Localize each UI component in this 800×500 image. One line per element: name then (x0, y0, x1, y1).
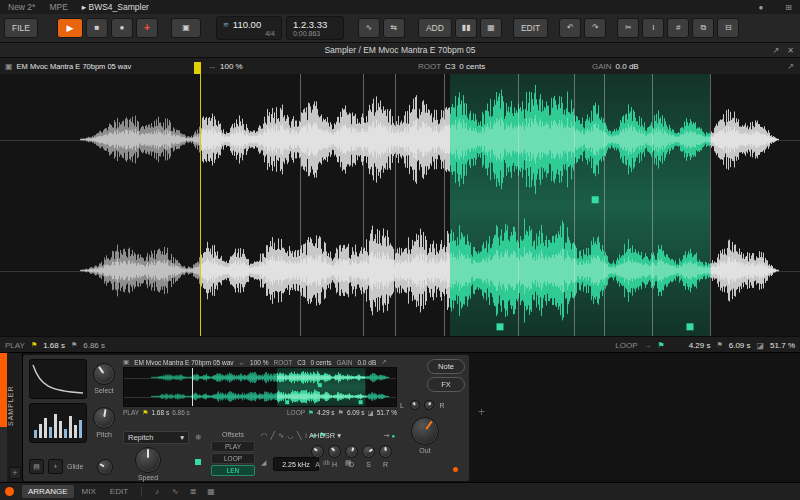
display-profile-button[interactable]: ▣ (171, 18, 201, 38)
env-skip-icon[interactable]: ⇥ (384, 432, 390, 439)
offset-play-button[interactable]: PLAY (211, 441, 255, 452)
snap-toggle-button[interactable]: # (667, 18, 689, 38)
play-start-flag-icon[interactable]: ⚑ (31, 341, 37, 349)
env-attack-knob[interactable] (311, 445, 324, 458)
fit-view-icon[interactable]: ↗ (787, 58, 794, 74)
device-waveform-display[interactable] (123, 367, 397, 407)
file-menu-button[interactable]: FILE (4, 18, 38, 38)
offset-len-button[interactable]: LEN (211, 465, 255, 476)
browser-icon[interactable]: ▤ (29, 459, 44, 474)
view-mix-button[interactable]: MIX (76, 485, 102, 498)
play-end-flag-icon[interactable]: ⚑ (71, 341, 77, 349)
ibeam-tool-button[interactable]: I (642, 18, 664, 38)
mini-gain-value[interactable]: 0.0 dB (357, 359, 376, 366)
env-active-dot-icon[interactable]: ● (391, 433, 395, 439)
mini-play-end[interactable]: 6.86 s (172, 409, 190, 416)
pan-left-knob[interactable] (410, 400, 420, 410)
env-sustain-knob[interactable] (362, 445, 375, 458)
play-button[interactable]: ▶ (57, 18, 83, 38)
mini-root-cents[interactable]: 0 cents (311, 359, 332, 366)
sample-file-selector[interactable]: ▣ EM Mvoc Mantra E 70bpm 05 wav (5, 58, 131, 74)
undo-button[interactable]: ↶ (559, 18, 581, 38)
automation-follow-button[interactable]: ∿ (358, 18, 380, 38)
root-control[interactable]: ROOT C3 0 cents (418, 58, 485, 74)
select-curve-display[interactable] (29, 359, 87, 399)
dual-panel-button[interactable]: ⊟ (717, 18, 739, 38)
tempo-display[interactable]: ≋110.00 4/4 (216, 16, 282, 40)
overdub-button[interactable]: + (136, 18, 158, 38)
layers-button[interactable]: ⧉ (692, 18, 714, 38)
env-release-knob[interactable] (379, 445, 392, 458)
loop-start-flag-icon[interactable]: ⚑ (657, 341, 664, 350)
mini-loop-fade[interactable]: 51.7 % (377, 409, 397, 416)
out-knob[interactable] (411, 417, 439, 445)
shape-linear-down-icon[interactable]: ╲ (297, 431, 302, 440)
freeze-icon[interactable]: ❄ (195, 433, 202, 442)
note-editor-icon[interactable]: ♪ (149, 485, 165, 498)
shape-concave-icon[interactable]: ◡ (287, 431, 294, 440)
redo-button[interactable]: ↷ (584, 18, 606, 38)
mini-play-start[interactable]: 1.68 s (151, 409, 169, 416)
tab-bws4-sampler[interactable]: ▸ BWS4_Sampler (82, 2, 149, 12)
notification-dot-icon[interactable]: ● (758, 3, 763, 12)
loop-end-flag-icon[interactable]: ⚑ (716, 341, 722, 349)
position-display[interactable]: 1.2.3.33 0:00.863 (286, 16, 344, 40)
loop-toggle-button[interactable]: ⇆ (383, 18, 405, 38)
edit-menu-button[interactable]: EDIT (513, 18, 548, 38)
envelope-type-dropdown[interactable]: AHDSR ▾ (309, 431, 341, 440)
mini-zoom-value[interactable]: 100 % (250, 359, 268, 366)
keytrack-indicator[interactable] (195, 459, 201, 465)
env-hold-knob[interactable] (328, 445, 341, 458)
env-decay-knob[interactable] (345, 445, 358, 458)
waveform-display[interactable] (0, 74, 800, 336)
note-expander-button[interactable]: Note (427, 359, 465, 374)
view-arrange-button[interactable]: ARRANGE (22, 485, 74, 498)
mini-loop-start[interactable]: 4.29 s (317, 409, 335, 416)
mini-expand-icon[interactable]: ↗ (381, 358, 386, 366)
rail-add-button[interactable]: + (9, 467, 21, 479)
play-start-value[interactable]: 1.68 s (43, 341, 65, 350)
tab-mpe[interactable]: MPE (49, 2, 67, 12)
grid-editor-icon[interactable]: ▦ (203, 485, 219, 498)
loop-start-value[interactable]: 4.29 s (689, 341, 711, 350)
fade-tri-icon[interactable]: ◢ (261, 459, 266, 467)
shape-wiggle-icon[interactable]: ≀ (304, 431, 307, 440)
speed-knob[interactable] (135, 447, 161, 473)
offset-loop-button[interactable]: LOOP (211, 453, 255, 464)
window-layout-icon[interactable]: ⊞ (785, 3, 792, 12)
shape-convex-icon[interactable]: ◠ (261, 431, 268, 440)
play-mode-dropdown[interactable]: Repitch ▾ (123, 431, 189, 444)
automation-editor-icon[interactable]: ∿ (167, 485, 183, 498)
loop-end-value[interactable]: 6.09 s (729, 341, 751, 350)
shape-linear-up-icon[interactable]: ╱ (271, 431, 276, 440)
add-device-button[interactable]: + (478, 405, 485, 419)
mixer-view-button[interactable]: ▮▮ (455, 18, 477, 38)
close-editor-icon[interactable]: ✕ (787, 46, 794, 55)
project-status-icon[interactable] (5, 487, 14, 496)
lanes-icon[interactable]: ≣ (185, 485, 201, 498)
device-name-vertical[interactable]: SAMPLER (7, 361, 23, 451)
record-button[interactable]: ● (111, 18, 133, 38)
mini-loop-end[interactable]: 6.09 s (347, 409, 365, 416)
glide-knob[interactable] (97, 459, 113, 475)
mini-file-name[interactable]: EM Mvoc Mantra E 70bpm 05 wav (134, 359, 233, 366)
play-end-value[interactable]: 6.86 s (83, 341, 105, 350)
pitch-knob[interactable] (93, 407, 115, 429)
view-edit-button[interactable]: EDIT (104, 485, 134, 498)
stop-button[interactable]: ■ (86, 18, 108, 38)
grid-view-button[interactable]: ▦ (480, 18, 502, 38)
add-layer-button[interactable]: + (48, 459, 63, 474)
loop-mode-icon[interactable]: → (643, 341, 651, 350)
loop-fade-value[interactable]: 51.7 % (770, 341, 795, 350)
tab-new-project[interactable]: New 2* (8, 2, 35, 12)
zoom-control[interactable]: ↔ 100 % (208, 58, 243, 74)
expand-editor-icon[interactable]: ↗ (773, 46, 780, 55)
mini-root-note[interactable]: C3 (297, 359, 305, 366)
zone-bars-display[interactable] (29, 403, 87, 443)
pan-right-knob[interactable] (424, 400, 434, 410)
shape-sine-icon[interactable]: ∿ (278, 431, 284, 440)
gain-control[interactable]: GAIN 0.0 dB (592, 58, 639, 74)
cut-tool-button[interactable]: ✂ (617, 18, 639, 38)
device-power-dot[interactable] (453, 467, 458, 472)
fx-expander-button[interactable]: FX (427, 377, 465, 392)
